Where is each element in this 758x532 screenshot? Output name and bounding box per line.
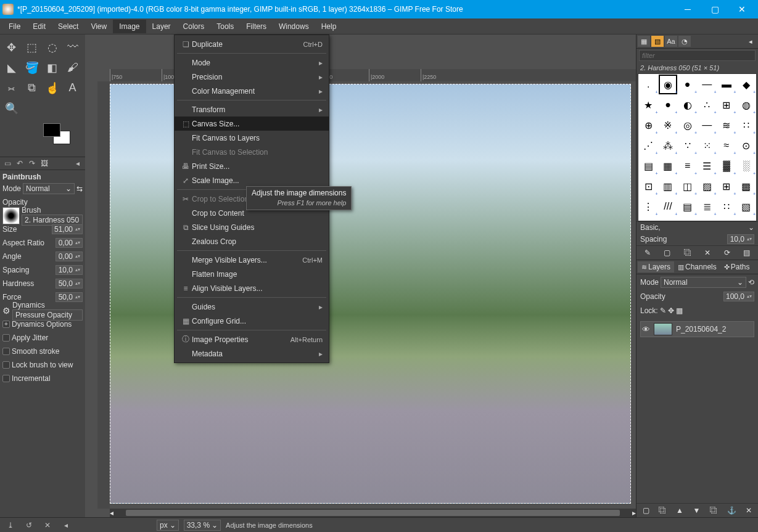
menu-colors[interactable]: Colors <box>177 20 211 33</box>
new-brush-icon[interactable]: ▢ <box>664 248 670 257</box>
brush-preset-select[interactable]: Basic,⌄ <box>636 221 758 233</box>
maximize-button[interactable]: ▢ <box>701 0 728 18</box>
brush-cell[interactable]: ⋰+ <box>639 136 658 155</box>
paintbrush-tool[interactable]: 🖌 <box>62 57 83 78</box>
brush-cell[interactable]: ///+ <box>659 197 678 216</box>
horizontal-scrollbar[interactable]: ◂▸ <box>110 509 636 517</box>
brush-cell[interactable]: ⁂+ <box>659 136 678 155</box>
layer-opacity-input[interactable]: 100,0▴▾ <box>723 292 754 301</box>
zoom-tool[interactable]: 🔍 <box>1 98 22 118</box>
brush-cell[interactable]: ▩+ <box>736 176 756 196</box>
duplicate-layer-icon[interactable]: ⿻ <box>710 506 717 515</box>
incremental-checkbox[interactable] <box>2 375 10 382</box>
brush-cell[interactable]: ●+ <box>678 75 697 94</box>
color-swatches[interactable] <box>43 123 85 153</box>
bucket-tool[interactable]: 🪣 <box>22 57 42 78</box>
brush-cell[interactable]: ☰+ <box>698 156 717 176</box>
layer-group-icon[interactable]: ⿻ <box>659 506 666 515</box>
lock-alpha-icon[interactable]: ▦ <box>676 306 683 315</box>
brush-cell[interactable]: ∷+ <box>717 197 736 216</box>
menu-tools[interactable]: Tools <box>210 20 240 33</box>
lock-position-icon[interactable]: ✥ <box>668 306 674 315</box>
images-tab-icon[interactable]: 🖼 <box>38 159 51 168</box>
delete-brush-icon[interactable]: ✕ <box>704 248 711 257</box>
layer-mode-swap-icon[interactable]: ⟲ <box>748 278 754 287</box>
menu-file[interactable]: File <box>2 20 27 33</box>
rect-select-tool[interactable]: ⬚ <box>22 37 42 57</box>
brush-filter-input[interactable] <box>639 50 756 61</box>
lockview-checkbox[interactable] <box>2 361 10 369</box>
dock-menu-icon[interactable]: ◂ <box>744 36 757 47</box>
brush-cell[interactable]: ▤+ <box>678 197 697 216</box>
sb-save-icon[interactable]: ⤓ <box>4 521 17 530</box>
menu-item-print-size-[interactable]: 🖶Print Size... <box>175 159 329 173</box>
brush-cell[interactable]: ⊡+ <box>639 176 658 196</box>
smudge-tool[interactable]: ☝ <box>42 78 62 98</box>
brush-cell[interactable]: ▨+ <box>698 176 717 196</box>
right-spacing-input[interactable]: 10,0▴▾ <box>727 234 754 244</box>
menu-item-scale-image-[interactable]: ⤢Scale Image... <box>175 173 329 187</box>
brush-cell[interactable]: —+ <box>698 115 717 135</box>
brush-cell[interactable]: ░+ <box>736 156 756 176</box>
brush-cell[interactable]: ◍+ <box>736 95 756 115</box>
hardness-input[interactable]: 50,0▴▾ <box>56 279 83 289</box>
patterns-tab-icon[interactable]: ▧ <box>651 36 664 47</box>
brush-cell[interactable]: ≣+ <box>698 197 717 216</box>
aspect-input[interactable]: 0,00▴▾ <box>56 238 83 248</box>
move-tool[interactable]: ✥ <box>1 37 22 57</box>
lock-pixels-icon[interactable]: ✎ <box>660 306 666 315</box>
gradient-tool[interactable]: ◧ <box>42 57 62 78</box>
close-button[interactable]: ✕ <box>728 0 756 18</box>
refresh-brush-icon[interactable]: ⟳ <box>724 248 730 257</box>
menu-item-metadata[interactable]: Metadata▸ <box>175 346 329 361</box>
brush-cell[interactable]: ◉+ <box>659 75 678 94</box>
layers-tab[interactable]: ≋Layers <box>638 261 674 272</box>
brush-cell[interactable]: ▧+ <box>736 197 756 216</box>
channels-tab[interactable]: ▥Channels <box>674 261 720 272</box>
brush-cell[interactable]: ≈+ <box>717 136 736 155</box>
menu-item-canvas-size-[interactable]: ⬚Canvas Size... <box>175 117 329 131</box>
undo-history-tab-icon[interactable]: ↶ <box>14 159 26 168</box>
text-tool[interactable]: A <box>62 78 83 98</box>
eraser-tool[interactable]: ⟗ <box>1 78 22 98</box>
brush-cell[interactable]: ▥+ <box>659 176 678 196</box>
sb-left-icon[interactable]: ◂ <box>59 521 73 530</box>
menu-item-color-management[interactable]: Color Management▸ <box>175 84 329 98</box>
brush-cell[interactable]: ≋+ <box>717 115 736 135</box>
brush-cell[interactable]: ∷+ <box>736 115 756 135</box>
minimize-button[interactable]: ─ <box>674 0 701 18</box>
menu-windows[interactable]: Windows <box>273 20 315 33</box>
brush-cell[interactable]: ◆+ <box>736 75 756 94</box>
history-tab-icon[interactable]: ◔ <box>678 36 691 47</box>
menu-item-duplicate[interactable]: ❏DuplicateCtrl+D <box>175 37 329 51</box>
brush-cell[interactable]: ▬+ <box>717 75 736 94</box>
brush-cell[interactable]: ▦+ <box>659 156 678 176</box>
redo-icon[interactable]: ↷ <box>26 159 38 168</box>
menu-item-configure-grid-[interactable]: ▦Configure Grid... <box>175 314 329 328</box>
fg-color-swatch[interactable] <box>43 123 60 137</box>
brush-cell[interactable]: ◎+ <box>678 115 697 135</box>
brush-cell[interactable]: ≡+ <box>678 156 697 176</box>
new-layer-icon[interactable]: ▢ <box>643 506 649 515</box>
brush-cell[interactable]: ⁙+ <box>698 136 717 155</box>
menu-view[interactable]: View <box>84 20 113 33</box>
menu-item-transform[interactable]: Transform▸ <box>175 102 329 117</box>
mode-swap-icon[interactable]: ⇆ <box>76 184 83 193</box>
anchor-layer-icon[interactable]: ⚓ <box>727 506 736 515</box>
brush-grid[interactable]: .+◉+●+—+▬+◆+★+●+◐+∴+⊞+◍+⊕+※+◎+—+≋+∷+⋰+⁂+… <box>638 73 757 221</box>
layer-down-icon[interactable]: ▼ <box>693 506 700 515</box>
brush-cell[interactable]: ◫+ <box>678 176 697 196</box>
visibility-icon[interactable]: 👁 <box>642 325 650 334</box>
brush-cell[interactable]: ※+ <box>659 115 678 135</box>
smooth-checkbox[interactable] <box>2 348 10 355</box>
brush-preview[interactable] <box>2 207 20 224</box>
duplicate-brush-icon[interactable]: ⿻ <box>684 248 691 257</box>
angle-input[interactable]: 0,00▴▾ <box>56 252 83 261</box>
sb-revert-icon[interactable]: ↺ <box>22 521 36 530</box>
brush-cell[interactable]: ⊕+ <box>639 115 658 135</box>
dynamics-icon[interactable]: ⚙ <box>2 306 10 316</box>
mode-select[interactable]: Normal⌄ <box>23 183 75 194</box>
brush-cell[interactable]: —+ <box>698 75 717 94</box>
menu-item-image-properties[interactable]: ⓘImage PropertiesAlt+Return <box>175 332 329 346</box>
brushes-tab-icon[interactable]: ▦ <box>638 36 650 47</box>
